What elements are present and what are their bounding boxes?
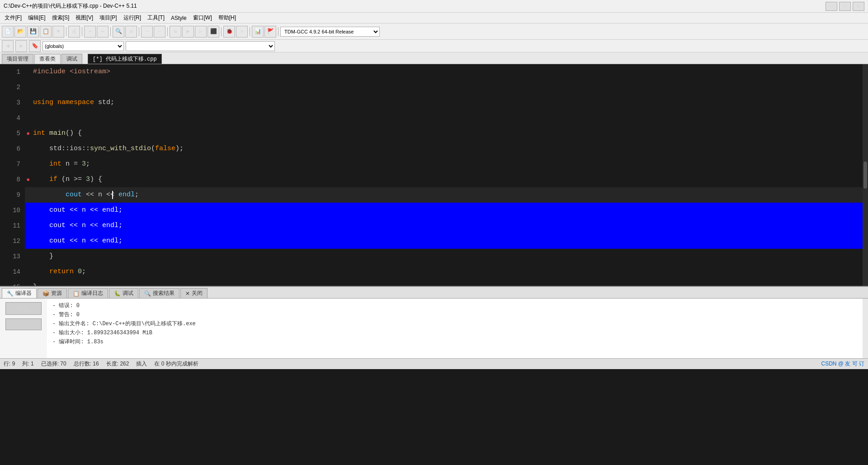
chart-button[interactable]: 📊 (252, 26, 264, 38)
line-marker-12 (25, 233, 31, 249)
bottom-tab-资源[interactable]: 📦资源 (38, 288, 67, 298)
line-marker-2 (25, 80, 31, 95)
line-content-8: if (n >= 3) { (31, 172, 863, 187)
line-content-13: } (31, 249, 863, 264)
bottom-tab-关闭[interactable]: ✕关闭 (180, 288, 208, 298)
code-line-5[interactable]: 5■int main() { (0, 126, 863, 141)
bookmark-button[interactable]: 🔖 (29, 40, 41, 52)
code-line-11[interactable]: 11 cout << n << endl; (0, 218, 863, 233)
undo-button[interactable]: ↩ (84, 26, 96, 38)
save-all-button[interactable]: 📋 (40, 26, 52, 38)
bottom-tab-编译日志[interactable]: 📋编译日志 (68, 288, 108, 298)
line-number-7: 7 (0, 157, 25, 172)
line-number-4: 4 (0, 110, 25, 126)
code-line-6[interactable]: 6 std::ios::sync_with_stdio(false); (0, 141, 863, 157)
save-button[interactable]: 💾 (27, 26, 39, 38)
tab-label-4: 搜索结果 (153, 289, 175, 297)
abort-button[interactable]: 中止 (5, 302, 42, 315)
compile-button[interactable]: ⚙ (170, 26, 181, 38)
menu-item-s[interactable]: 搜索[S] (49, 13, 72, 23)
flag-button[interactable]: 🚩 (264, 26, 276, 38)
close-button[interactable]: ✕ (853, 2, 864, 11)
status-col: 列: 1 (22, 360, 33, 368)
tab-debug[interactable]: 调试 (61, 54, 82, 64)
code-line-14[interactable]: 14 return 0; (0, 264, 863, 280)
replace-button[interactable]: ⇄ (125, 26, 137, 38)
menu-item-t[interactable]: 工具[T] (145, 13, 167, 23)
code-line-8[interactable]: 8■ if (n >= 3) { (0, 172, 863, 187)
line-number-8: 8 (0, 172, 25, 187)
bottom-tab-调试[interactable]: 🐛调试 (109, 288, 138, 298)
tab-icon-3: 🐛 (114, 290, 121, 297)
maximize-button[interactable]: □ (839, 2, 851, 11)
indent-button[interactable]: → (141, 26, 153, 38)
tab-icon-5: ✕ (185, 290, 190, 297)
menu-item-astyle[interactable]: AStyle (168, 14, 189, 22)
code-line-7[interactable]: 7 int n = 3; (0, 157, 863, 172)
code-line-4[interactable]: 4 (0, 110, 863, 126)
menu-item-v[interactable]: 视图[V] (73, 13, 96, 23)
tab-icon-4: 🔍 (144, 290, 151, 297)
code-line-9[interactable]: 9 cout << n << endl; (0, 187, 863, 203)
code-line-1[interactable]: 1#include <iostream> (0, 64, 863, 80)
menu-item-r[interactable]: 运行[R] (121, 13, 144, 23)
log-line: - 警告: 0 (52, 310, 857, 319)
editor-vertical-scrollbar[interactable] (863, 64, 868, 286)
print-button[interactable]: 🖨 (68, 26, 80, 38)
status-info: 行: 9 列: 1 已选择: 70 总行数: 16 长度: 262 插入 在 0… (4, 360, 198, 368)
nav-back-button[interactable]: ◀ (2, 40, 14, 52)
code-line-13[interactable]: 13 } (0, 249, 863, 264)
code-editor[interactable]: 1#include <iostream>23using namespace st… (0, 64, 863, 286)
code-line-10[interactable]: 10 cout << n << endl; (0, 203, 863, 218)
compiler-select[interactable]: TDM-GCC 4.9.2 64-bit Release (280, 27, 380, 37)
line-content-2 (31, 80, 863, 95)
menu-item-e[interactable]: 编辑[E] (25, 13, 48, 23)
status-csdn[interactable]: CSDN @ 友 可 订 (821, 360, 864, 368)
log-line: - 编译时间: 1.83s (52, 337, 857, 346)
tab-project[interactable]: 项目管理 (2, 54, 33, 64)
redo-button[interactable]: ↪ (97, 26, 108, 38)
function-dropdown[interactable] (126, 41, 275, 51)
close-file-button[interactable]: ✖ (52, 26, 64, 38)
line-content-11: cout << n << endl; (31, 218, 863, 233)
abort-debug-button[interactable]: ✕ (236, 26, 248, 38)
code-line-12[interactable]: 12 cout << n << endl; (0, 233, 863, 249)
main-editor-area: 1#include <iostream>23using namespace st… (0, 64, 868, 286)
menu-item-h[interactable]: 帮助[H] (216, 13, 239, 23)
tab-classes[interactable]: 查看类 (34, 54, 61, 64)
scope-toolbar: ◀ ▶ 🔖 (globals) (0, 40, 868, 52)
scope-dropdown[interactable]: (globals) (42, 41, 124, 51)
text-cursor (112, 191, 113, 199)
line-marker-13 (25, 249, 31, 264)
nav-fwd-button[interactable]: ▶ (15, 40, 27, 52)
compile-run-button[interactable]: ▷ (195, 26, 207, 38)
menu-item-f[interactable]: 文件[F] (2, 13, 24, 23)
open-button[interactable]: 📂 (14, 26, 26, 38)
compiler-log: - 错误: 0- 警告: 0- 输出文件名: C:\Dev-C++的项目\代码上… (47, 299, 863, 358)
line-content-12: cout << n << endl; (31, 233, 863, 249)
clear-button[interactable] (5, 318, 42, 330)
unindent-button[interactable]: ← (154, 26, 165, 38)
editor-tab-main[interactable]: [*] 代码上移或下移.cpp (88, 54, 162, 64)
line-content-3: using namespace std; (31, 95, 863, 110)
log-scrollbar[interactable] (863, 299, 868, 358)
run-button[interactable]: ▶ (182, 26, 194, 38)
bottom-tab-搜索结果[interactable]: 🔍搜索结果 (139, 288, 179, 298)
stop-button[interactable]: ⬛ (208, 26, 219, 38)
menu-item-w[interactable]: 窗口[W] (190, 13, 215, 23)
debug-button[interactable]: 🐞 (223, 26, 235, 38)
line-number-3: 3 (0, 95, 25, 110)
new-button[interactable]: 📄 (2, 26, 14, 38)
minimize-button[interactable]: ─ (826, 2, 837, 11)
sep7 (250, 27, 250, 36)
line-marker-7 (25, 157, 31, 172)
status-total: 总行数: 16 (74, 360, 99, 368)
code-line-3[interactable]: 3using namespace std; (0, 95, 863, 110)
code-line-2[interactable]: 2 (0, 80, 863, 95)
code-line-15[interactable]: 15} (0, 280, 863, 286)
tab-label-3: 调试 (123, 289, 133, 297)
title-bar: C:\Dev-C++的项目\代码上移或下移.cpp - Dev-C++ 5.11… (0, 0, 868, 13)
bottom-tab-编译器[interactable]: 🔧编译器 (2, 288, 37, 298)
menu-item-p[interactable]: 项目[P] (97, 13, 120, 23)
find-button[interactable]: 🔍 (113, 26, 124, 38)
